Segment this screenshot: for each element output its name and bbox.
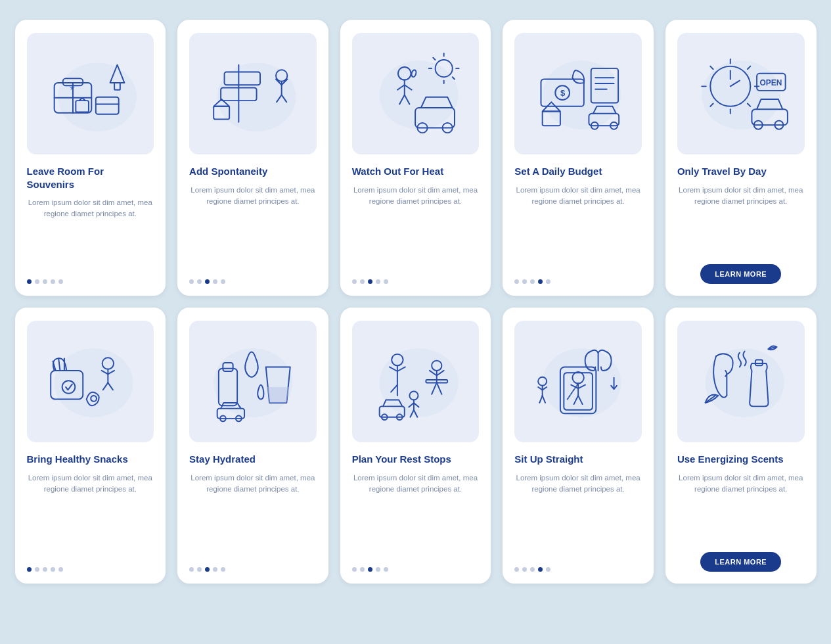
- svg-point-84: [213, 348, 292, 417]
- card-title-sit-straight: Sit Up Straight: [514, 453, 583, 466]
- card-title-spontaneity: Add Spontaneity: [189, 165, 267, 178]
- dot-4: [538, 567, 543, 572]
- card-title-hydrated: Stay Hydrated: [189, 453, 256, 466]
- card-dots-sit-straight: [514, 567, 550, 572]
- dot-5: [58, 279, 63, 284]
- card-body-travel-day: Lorem ipsum dolor sit dim amet, mea regi…: [677, 185, 805, 256]
- card-sit-straight: Sit Up Straight Lorem ipsum dolor sit di…: [503, 308, 654, 584]
- card-dots-rest-stops: [352, 567, 388, 572]
- dot-4: [376, 279, 380, 284]
- dot-3: [205, 279, 210, 284]
- card-illustration-sit-straight: [514, 321, 642, 442]
- card-illustration-scents: [677, 321, 805, 442]
- svg-line-130: [543, 396, 545, 403]
- svg-text:$: $: [560, 88, 566, 98]
- dot-1: [514, 279, 519, 284]
- card-title-leave-room: Leave Room For Souvenirs: [27, 165, 154, 191]
- svg-line-36: [434, 58, 436, 60]
- card-dots-heat: [352, 279, 388, 284]
- dot-4: [213, 567, 217, 572]
- learn-more-button-travel-day[interactable]: LEARN MORE: [700, 264, 781, 284]
- card-title-budget: Set A Daily Budget: [514, 165, 602, 178]
- dot-4: [376, 567, 380, 572]
- dot-3: [530, 567, 535, 572]
- dot-5: [546, 567, 550, 572]
- card-daily-budget: $ Set A Daily Budget Lorem ipsum dolor s…: [503, 20, 654, 296]
- dot-3: [205, 567, 210, 572]
- dot-1: [189, 567, 194, 572]
- card-body-hydrated: Lorem ipsum dolor sit dim amet, mea regi…: [189, 472, 317, 559]
- card-add-spontaneity: Add Spontaneity Lorem ipsum dolor sit di…: [177, 20, 328, 296]
- svg-point-71: [55, 348, 133, 417]
- card-dots-snacks: [27, 567, 63, 572]
- card-illustration-hydrated: [189, 321, 317, 442]
- learn-more-button-scents[interactable]: LEARN MORE: [700, 552, 781, 572]
- dot-5: [58, 567, 63, 572]
- card-grid: Leave Room For Souvenirs Lorem ipsum dol…: [15, 20, 817, 584]
- svg-point-54: [702, 60, 780, 129]
- dot-3: [43, 567, 47, 572]
- card-body-heat: Lorem ipsum dolor sit dim amet, mea regi…: [352, 185, 480, 271]
- dot-2: [360, 279, 365, 284]
- card-title-heat: Watch Out For Heat: [352, 165, 443, 178]
- card-dots-spontaneity: [189, 279, 225, 284]
- card-leave-room: Leave Room For Souvenirs Lorem ipsum dol…: [15, 20, 166, 296]
- svg-line-62: [710, 66, 713, 69]
- dot-3: [530, 279, 535, 284]
- card-body-rest-stops: Lorem ipsum dolor sit dim amet, mea regi…: [352, 472, 480, 559]
- svg-text:OPEN: OPEN: [759, 79, 782, 88]
- dot-3: [43, 279, 47, 284]
- dot-1: [27, 279, 32, 284]
- dot-3: [368, 279, 372, 284]
- card-title-scents: Use Energizing Scents: [677, 453, 784, 466]
- card-body-leave-room: Lorem ipsum dolor sit dim amet, mea regi…: [27, 197, 154, 270]
- dot-5: [384, 279, 388, 284]
- card-body-snacks: Lorem ipsum dolor sit dim amet, mea regi…: [27, 472, 154, 559]
- card-rest-stops: Plan Your Rest Stops Lorem ipsum dolor s…: [340, 308, 491, 584]
- card-title-travel-day: Only Travel By Day: [677, 165, 767, 178]
- card-body-spontaneity: Lorem ipsum dolor sit dim amet, mea regi…: [189, 185, 317, 271]
- card-travel-day: OPEN Only Travel By Day Lorem ipsum dolo…: [665, 20, 817, 296]
- card-stay-hydrated: Stay Hydrated Lorem ipsum dolor sit dim …: [177, 308, 328, 584]
- card-body-budget: Lorem ipsum dolor sit dim amet, mea regi…: [514, 185, 642, 271]
- dot-2: [522, 279, 527, 284]
- dot-1: [27, 567, 32, 572]
- dot-4: [538, 279, 543, 284]
- dot-1: [352, 567, 357, 572]
- card-title-snacks: Bring Healthy Snacks: [27, 453, 128, 466]
- dot-4: [51, 279, 55, 284]
- card-illustration-snacks: [27, 321, 154, 442]
- dot-2: [522, 567, 527, 572]
- card-dots-budget: [514, 279, 550, 284]
- card-illustration-spontaneity: [189, 33, 317, 154]
- dot-5: [221, 279, 225, 284]
- dot-5: [546, 279, 550, 284]
- dot-3: [368, 567, 372, 572]
- dot-5: [384, 567, 388, 572]
- card-watch-heat: Watch Out For Heat Lorem ipsum dolor sit…: [340, 20, 491, 296]
- svg-point-23: [380, 60, 459, 129]
- svg-line-127: [538, 387, 543, 390]
- card-body-sit-straight: Lorem ipsum dolor sit dim amet, mea regi…: [514, 472, 642, 559]
- dot-1: [352, 279, 357, 284]
- card-illustration-heat: [352, 33, 480, 154]
- card-healthy-snacks: Bring Healthy Snacks Lorem ipsum dolor s…: [15, 308, 166, 584]
- card-illustration-leave-room: [27, 33, 154, 154]
- dot-2: [35, 279, 39, 284]
- card-dots-hydrated: [189, 567, 225, 572]
- card-body-scents: Lorem ipsum dolor sit dim amet, mea regi…: [677, 472, 805, 543]
- card-illustration-travel-day: OPEN: [677, 33, 805, 154]
- dot-2: [360, 567, 365, 572]
- dot-2: [35, 567, 39, 572]
- card-illustration-budget: $: [514, 33, 642, 154]
- dot-2: [197, 567, 202, 572]
- dot-5: [221, 567, 225, 572]
- card-energizing-scents: Use Energizing Scents Lorem ipsum dolor …: [665, 308, 817, 584]
- svg-point-41: [543, 60, 621, 129]
- svg-line-129: [539, 396, 542, 403]
- dot-2: [197, 279, 202, 284]
- card-illustration-rest-stops: [352, 321, 480, 442]
- card-title-rest-stops: Plan Your Rest Stops: [352, 453, 451, 466]
- dot-4: [213, 279, 217, 284]
- dot-1: [189, 279, 194, 284]
